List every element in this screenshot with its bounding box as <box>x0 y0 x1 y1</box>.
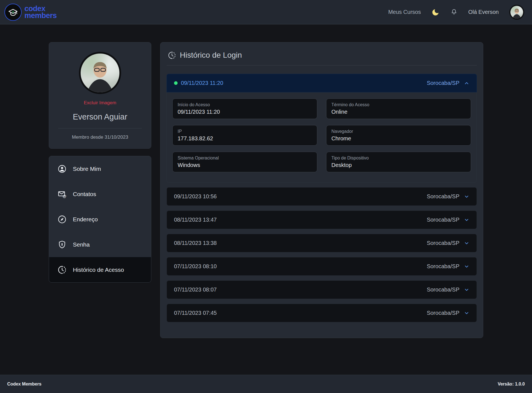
field-termino-do-acesso: Término do Acesso Online <box>326 98 471 119</box>
login-entry-location: Sorocaba/SP <box>427 193 469 200</box>
login-entry-datetime: 08/11/2023 13:38 <box>174 240 217 246</box>
chevron-up-icon <box>464 80 469 86</box>
field-value: 09/11/2023 11:20 <box>178 109 312 115</box>
theme-toggle-button[interactable] <box>431 8 440 16</box>
sidebar-item-label: Endereço <box>73 216 98 223</box>
member-since-label: Membro desde 31/10/2023 <box>49 135 151 140</box>
login-entry-location: Sorocaba/SP <box>427 240 469 246</box>
sidebar-item-senha[interactable]: Senha <box>49 232 151 257</box>
delete-image-button[interactable]: Excluir Imagem <box>84 100 116 106</box>
field-label: Navegador <box>331 129 466 134</box>
sidebar-item-contatos[interactable]: @ Contatos <box>49 181 151 207</box>
login-entry-row[interactable]: 09/11/2023 10:56 Sorocaba/SP <box>167 187 477 206</box>
page-title: Histórico de Login <box>180 51 242 60</box>
login-entry-location: Sorocaba/SP <box>427 263 469 270</box>
field-value: Desktop <box>331 162 466 168</box>
sidebar-menu: Sobre Mim @ Contatos <box>49 156 151 283</box>
login-entry-location: Sorocaba/SP <box>427 80 469 86</box>
page-content: Excluir Imagem Everson Aguiar Membro des… <box>0 24 532 364</box>
login-entry-row[interactable]: 08/11/2023 13:47 Sorocaba/SP <box>167 211 477 229</box>
panel-divider <box>167 65 477 65</box>
profile-photo-frame <box>79 52 121 94</box>
field-sistema-operacional: Sistema Operacional Windows <box>172 152 317 172</box>
profile-name: Everson Aguiar <box>49 112 151 121</box>
field-tipo-de-dispositivo: Tipo de Dispositivo Desktop <box>326 152 471 172</box>
shield-lock-icon <box>57 240 67 249</box>
login-entry-row[interactable]: 07/11/2023 08:10 Sorocaba/SP <box>167 257 477 276</box>
footer-version: Versão: 1.0.0 <box>498 382 525 387</box>
svg-text:@: @ <box>63 194 66 198</box>
chevron-down-icon <box>464 240 469 246</box>
login-entry-datetime: 07/11/2023 08:07 <box>174 286 217 293</box>
brand-name: codex members <box>24 5 57 19</box>
login-entry-location: Sorocaba/SP <box>427 310 469 316</box>
sidebar-item-label: Senha <box>73 241 90 248</box>
field-label: Tipo de Dispositivo <box>331 156 466 161</box>
chevron-down-icon <box>464 310 469 316</box>
sidebar-item-endereco[interactable]: Endereço <box>49 207 151 232</box>
profile-photo <box>81 54 119 92</box>
field-label: IP <box>178 129 312 134</box>
field-label: Início do Acesso <box>178 102 312 107</box>
brand-logo[interactable]: codex members <box>4 4 57 21</box>
login-entry-datetime: 08/11/2023 13:47 <box>174 217 217 223</box>
clock-history-icon <box>57 265 67 275</box>
sidebar-item-label: Contatos <box>73 191 96 197</box>
envelope-at-icon: @ <box>57 189 67 199</box>
field-value: Chrome <box>331 135 466 142</box>
login-entry-datetime: 07/11/2023 07:45 <box>174 310 217 316</box>
login-entry-row[interactable]: 07/11/2023 08:07 Sorocaba/SP <box>167 280 477 299</box>
login-entry-datetime: 07/11/2023 08:10 <box>174 263 217 270</box>
sidebar-item-label: Histórico de Acesso <box>73 267 124 273</box>
field-ip: IP 177.183.82.62 <box>172 125 317 146</box>
sidebar-item-sobre-mim[interactable]: Sobre Mim <box>49 156 151 181</box>
chevron-down-icon <box>464 287 469 293</box>
graduation-cap-icon <box>4 4 22 21</box>
person-circle-icon <box>57 164 67 174</box>
field-label: Sistema Operacional <box>178 156 312 161</box>
online-status-dot <box>174 81 178 85</box>
chevron-down-icon <box>464 264 469 269</box>
login-entry-details: Início do Acesso 09/11/2023 11:20 Términ… <box>167 92 477 182</box>
bell-icon <box>450 8 458 16</box>
login-history-panel: Histórico de Login 09/11/2023 11:20 Soro… <box>160 42 483 338</box>
field-value: Online <box>331 109 466 115</box>
clock-history-icon <box>168 51 176 60</box>
left-column: Excluir Imagem Everson Aguiar Membro des… <box>49 42 151 283</box>
field-value: Windows <box>178 162 312 168</box>
profile-divider <box>58 128 142 128</box>
login-entry-row[interactable]: 07/11/2023 07:45 Sorocaba/SP <box>167 304 477 322</box>
profile-card: Excluir Imagem Everson Aguiar Membro des… <box>49 42 151 149</box>
sidebar-item-historico-de-acesso[interactable]: Histórico de Acesso <box>49 257 151 282</box>
navbar-actions: Meus Cursos Olá Everson <box>388 5 524 20</box>
avatar[interactable] <box>509 5 524 20</box>
avatar-photo <box>510 6 523 19</box>
chevron-down-icon <box>464 217 469 223</box>
login-entry-header[interactable]: 09/11/2023 11:20 Sorocaba/SP <box>167 74 477 92</box>
sidebar-item-label: Sobre Mim <box>73 166 101 172</box>
field-label: Término do Acesso <box>331 102 466 107</box>
navbar: codex members Meus Cursos Olá Everson <box>0 0 532 24</box>
footer-app-name: Codex Members <box>7 382 42 387</box>
user-greeting: Olá Everson <box>468 9 499 15</box>
footer: Codex Members Versão: 1.0.0 <box>0 375 532 393</box>
login-entry-datetime: 09/11/2023 11:20 <box>174 80 223 86</box>
login-entry-location: Sorocaba/SP <box>427 286 469 293</box>
panel-header: Histórico de Login <box>167 49 477 65</box>
field-navegador: Navegador Chrome <box>326 125 471 146</box>
login-entry-datetime: 09/11/2023 10:56 <box>174 193 217 200</box>
field-value: 177.183.82.62 <box>178 135 312 142</box>
notifications-button[interactable] <box>450 8 458 16</box>
moon-icon <box>431 8 440 16</box>
chevron-down-icon <box>464 194 469 199</box>
login-entry-expanded: 09/11/2023 11:20 Sorocaba/SP Início do A <box>167 74 477 182</box>
login-history-list: 09/11/2023 11:20 Sorocaba/SP Início do A <box>167 74 477 322</box>
login-entry-row[interactable]: 08/11/2023 13:38 Sorocaba/SP <box>167 234 477 252</box>
compass-icon <box>57 215 67 224</box>
nav-link-meus-cursos[interactable]: Meus Cursos <box>388 9 421 15</box>
field-inicio-do-acesso: Início do Acesso 09/11/2023 11:20 <box>172 98 317 119</box>
login-entry-location: Sorocaba/SP <box>427 217 469 223</box>
